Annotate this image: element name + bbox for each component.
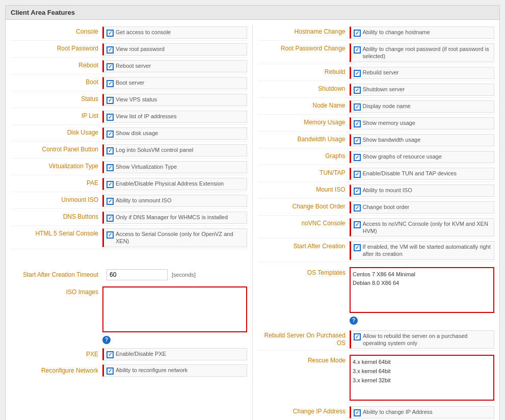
timeout-input[interactable] — [107, 269, 168, 280]
left-features-col: ConsoleGet access to consoleRoot Passwor… — [6, 25, 253, 263]
feature-checkbox[interactable] — [354, 188, 361, 195]
feature-content: Shutdown server — [350, 84, 495, 96]
left-feature-row: RebootReboot server — [11, 59, 247, 74]
feature-content: Ability to change root password (if root… — [350, 43, 495, 62]
feature-desc: Only if DNS Manager for WHMCS is install… — [116, 214, 228, 221]
right-feature-row: noVNC ConsoleAccess to noVNC Console (on… — [258, 217, 495, 239]
pxe-checkbox[interactable] — [107, 351, 114, 358]
feature-label: Virtualization Type — [11, 161, 102, 171]
feature-desc: If enabled, the VM will be started autom… — [363, 243, 492, 258]
rescue-label: Rescue Mode — [258, 355, 350, 364]
feature-content: Show Virtualization Type — [102, 161, 247, 173]
rebuild-label: Rebuild Server On Purchased OS — [258, 330, 350, 348]
feature-content: Show bandwidth usage — [350, 134, 495, 146]
feature-desc: View VPS status — [116, 96, 157, 103]
change-ip-text: Ability to change IP Address — [363, 408, 433, 415]
feature-content: Show memory usage — [350, 117, 495, 129]
iso-help-icon[interactable]: ? — [102, 336, 111, 344]
feature-checkbox[interactable] — [107, 147, 114, 154]
feature-checkbox[interactable] — [354, 87, 361, 94]
feature-label: Bandwidth Usage — [258, 134, 350, 144]
feature-desc: Ability to change root password (if root… — [363, 45, 492, 60]
feature-content: View root password — [102, 43, 247, 56]
reconfig-row: Reconfigure Network Ability to reconfigu… — [11, 364, 247, 377]
right-feature-row: Node NameDisplay node name — [258, 99, 495, 115]
feature-checkbox[interactable] — [354, 70, 361, 77]
feature-checkbox[interactable] — [107, 30, 114, 37]
rescue-item[interactable]: 3.x kernel 64bit — [353, 367, 491, 376]
feature-checkbox[interactable] — [107, 215, 114, 222]
rescue-item[interactable]: 4.x kernel 64bit — [353, 358, 491, 367]
feature-checkbox[interactable] — [354, 30, 361, 37]
os-template-item[interactable]: Debian 8.0 X86 64 — [353, 279, 491, 288]
feature-label: HTML 5 Serial Console — [11, 228, 102, 238]
feature-content: Enable/Disable Physical Address Extensio… — [102, 178, 247, 190]
feature-content: Boot server — [102, 77, 247, 89]
feature-desc: Get access to console — [116, 29, 171, 36]
rebuild-checkbox[interactable] — [354, 333, 361, 340]
rebuild-text: Allow to rebuild the server on a purchas… — [363, 332, 491, 347]
rescue-listbox[interactable]: 4.x kernel 64bit3.x kernel 64bit3.x kern… — [350, 355, 494, 401]
os-template-item[interactable]: Centos 7 X86 64 Minimal — [353, 270, 491, 279]
feature-desc: Access to Serial Console (only for OpenV… — [116, 230, 244, 245]
feature-desc: Change boot order — [363, 203, 410, 211]
os-templates-listbox[interactable]: Centos 7 X86 64 MinimalDebian 8.0 X86 64 — [350, 267, 494, 313]
right-feature-row: RebuildRebuild server — [258, 65, 495, 81]
pxe-text: Enable/Disable PXE — [116, 350, 166, 357]
feature-checkbox[interactable] — [354, 204, 361, 212]
feature-desc: Ability to mount ISO — [363, 187, 412, 194]
feature-label: Memory Usage — [258, 117, 350, 127]
os-help-icon[interactable]: ? — [350, 317, 358, 325]
feature-checkbox[interactable] — [107, 231, 114, 239]
feature-content: Get access to console — [102, 27, 247, 39]
left-feature-row: Unmount ISOAbility to unmount ISO — [11, 193, 247, 209]
feature-checkbox[interactable] — [107, 80, 114, 87]
feature-checkbox[interactable] — [354, 221, 361, 228]
feature-desc: Show bandwidth usage — [363, 136, 421, 143]
timeout-unit: [seconds] — [172, 272, 196, 278]
feature-desc: Show Virtualization Type — [116, 163, 177, 170]
feature-label: Shutdown — [258, 84, 350, 93]
feature-checkbox[interactable] — [354, 154, 361, 161]
reconfig-checkbox[interactable] — [107, 368, 114, 375]
feature-content: Ability to mount ISO — [350, 185, 495, 197]
rescue-mode-row: Rescue Mode 4.x kernel 64bit3.x kernel 6… — [258, 355, 494, 401]
change-ip-checkbox[interactable] — [354, 409, 361, 416]
iso-listbox[interactable] — [102, 286, 247, 332]
feature-desc: View list of IP addresses — [116, 113, 176, 120]
right-feature-row: Root Password ChangeAbility to change ro… — [258, 42, 495, 64]
feature-desc: Boot server — [116, 79, 144, 86]
client-area-features-panel: Client Area Features ConsoleGet access t… — [5, 5, 500, 420]
right-features-col: Hostname ChangeAbility to change hostnam… — [253, 25, 500, 263]
feature-checkbox[interactable] — [107, 164, 114, 171]
rescue-item[interactable]: 3.x kernel 32bit — [353, 376, 491, 385]
feature-checkbox[interactable] — [354, 244, 361, 251]
feature-checkbox[interactable] — [354, 137, 361, 144]
feature-checkbox[interactable] — [354, 103, 361, 111]
feature-checkbox[interactable] — [107, 114, 114, 121]
feature-checkbox[interactable] — [107, 181, 114, 188]
feature-desc: Ability to change hostname — [363, 29, 430, 36]
pxe-row: PXE Enable/Disable PXE — [11, 348, 247, 360]
right-feature-row: Mount ISOAbility to mount ISO — [258, 183, 495, 199]
feature-checkbox[interactable] — [354, 46, 361, 54]
feature-checkbox[interactable] — [354, 171, 361, 178]
left-feature-row: ConsoleGet access to console — [11, 25, 247, 41]
feature-checkbox[interactable] — [107, 97, 114, 104]
feature-content: Only if DNS Manager for WHMCS is install… — [102, 212, 247, 224]
left-feature-row: Virtualization TypeShow Virtualization T… — [11, 160, 247, 175]
feature-desc: Display node name — [363, 102, 411, 110]
feature-checkbox[interactable] — [354, 120, 361, 127]
feature-desc: Show disk usage — [116, 129, 158, 137]
feature-desc: Show graphs of resource usage — [363, 153, 442, 160]
feature-checkbox[interactable] — [107, 46, 114, 54]
feature-content: Rebuild server — [350, 67, 495, 79]
feature-checkbox[interactable] — [107, 198, 114, 205]
feature-desc: Access to noVNC Console (only for KVM an… — [363, 220, 492, 235]
feature-content: Enable/Disable TUN and TAP devices — [350, 168, 495, 180]
feature-checkbox[interactable] — [107, 63, 114, 70]
iso-images-row: ISO Images ? — [11, 286, 247, 344]
feature-checkbox[interactable] — [107, 130, 114, 138]
change-ip-label: Change IP Address — [258, 406, 350, 416]
feature-content: Show disk usage — [102, 127, 247, 140]
